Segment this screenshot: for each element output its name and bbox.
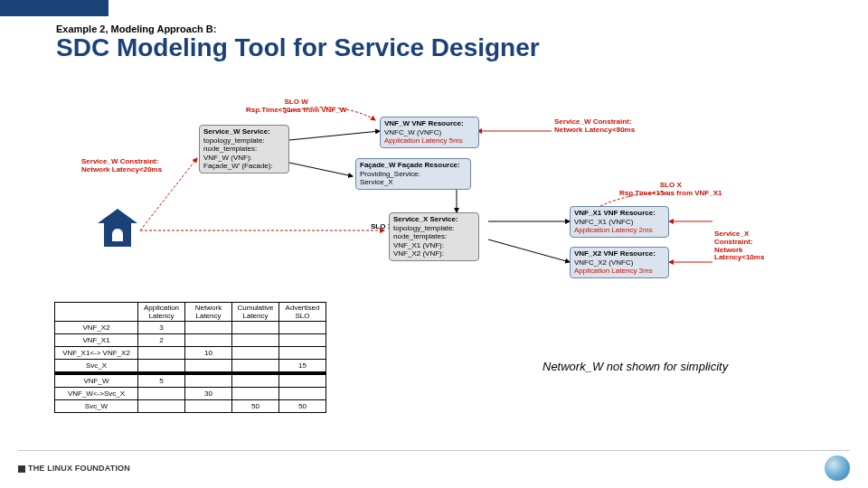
facade-w-box: Façade_W Façade Resource: Providing_Serv…	[355, 158, 471, 190]
slo-x-annotation: SLO XRsp.Time<15ms from VNF_X1	[619, 182, 722, 198]
top-accent	[0, 0, 108, 16]
vnf-x1-box: VNF_X1 VNF Resource: VNFC_X1 (VNFC) Appl…	[570, 206, 669, 238]
vnf-w-box: VNF_W VNF Resource: VNFC_W (VNFC) Applic…	[380, 117, 479, 148]
table-row: VNF_X23	[55, 322, 326, 334]
vnf-x2-box: VNF_X2 VNF Resource: VNFC_X2 (VNFC) Appl…	[570, 247, 669, 278]
table-row: VNF_X1<-> VNF_X210	[55, 347, 326, 360]
simplicity-note: Network_W not shown for simplicity	[542, 360, 728, 373]
slo-w-annotation: SLO WRsp.Time<50ms from VNF_W	[246, 99, 346, 115]
svg-line-4	[488, 239, 570, 262]
service-w-box: Service_W Service: topology_template: no…	[199, 125, 289, 174]
table-row: VNF_W5	[55, 375, 326, 388]
linux-foundation-logo: THE LINUX FOUNDATION	[18, 464, 130, 473]
constraint-w-right: Service_W Constraint:Network Latency<80m…	[554, 118, 635, 135]
service-x-box: Service_X Service: topology_template: no…	[389, 212, 479, 261]
table-row: VNF_X12	[55, 334, 326, 347]
footer: THE LINUX FOUNDATION	[18, 450, 850, 481]
svg-line-0	[289, 131, 380, 140]
client-icon	[99, 209, 136, 245]
table-row: Svc_W5050	[55, 400, 326, 413]
table-row: VNF_W<->Svc_X30	[55, 388, 326, 400]
table-row: Svc_X15	[55, 360, 326, 372]
att-globe-icon	[825, 455, 850, 481]
constraint-w-left: Service_W Constraint:Network Latency<20m…	[81, 158, 162, 174]
table-header-row: Application Latency Network Latency Cumu…	[55, 303, 326, 322]
diagram-canvas: SLO WRsp.Time<50ms from VNF_W Service_W …	[99, 104, 787, 294]
top-bar	[0, 0, 868, 16]
latency-table: Application Latency Network Latency Cumu…	[54, 302, 326, 413]
slide-title: SDC Modeling Tool for Service Designer	[56, 34, 850, 62]
svg-line-1	[289, 163, 353, 176]
constraint-x: Service_X Constraint:Network Latency<10m…	[714, 230, 787, 262]
